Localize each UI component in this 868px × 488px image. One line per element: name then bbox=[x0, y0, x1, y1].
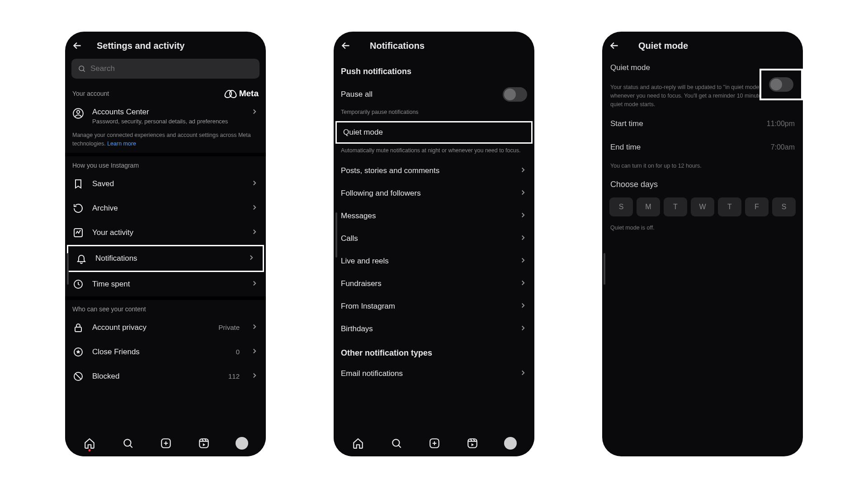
notifications-row[interactable]: Notifications bbox=[68, 246, 263, 271]
add-icon[interactable] bbox=[428, 436, 441, 450]
pause-all-toggle[interactable] bbox=[503, 87, 527, 102]
other-section-title: Other notification types bbox=[334, 340, 534, 362]
your-account-header: Your account Meta bbox=[65, 83, 266, 101]
svg-point-2 bbox=[77, 111, 80, 114]
person-circle-icon bbox=[72, 108, 84, 119]
back-arrow-icon[interactable] bbox=[71, 40, 83, 52]
svg-rect-13 bbox=[468, 439, 477, 448]
accounts-center-sub: Password, security, personal details, ad… bbox=[92, 118, 242, 125]
phone-notifications: Notifications Push notifications Pause a… bbox=[334, 32, 534, 456]
reels-icon[interactable] bbox=[197, 436, 211, 450]
chevron-right-icon bbox=[519, 301, 527, 311]
meta-logo: Meta bbox=[225, 89, 259, 99]
meta-infinity-icon bbox=[225, 90, 236, 97]
scrollbar[interactable] bbox=[335, 212, 337, 258]
chevron-right-icon bbox=[519, 256, 527, 266]
day-pills: S M T W T F S bbox=[602, 193, 803, 221]
svg-rect-10 bbox=[200, 439, 209, 448]
chevron-right-icon bbox=[519, 188, 527, 198]
choose-days-header: Choose days bbox=[602, 173, 803, 193]
divider bbox=[65, 153, 266, 156]
cat-from-instagram[interactable]: From Instagram bbox=[334, 295, 534, 318]
start-time-row[interactable]: Start time 11:00pm bbox=[602, 112, 803, 136]
chevron-right-icon bbox=[519, 166, 527, 176]
learn-more-link[interactable]: Learn more bbox=[107, 141, 136, 147]
day-wed[interactable]: W bbox=[691, 197, 714, 216]
chevron-right-icon bbox=[250, 203, 259, 213]
header-quiet: Quiet mode bbox=[602, 32, 803, 56]
activity-row[interactable]: Your activity bbox=[65, 221, 266, 245]
chevron-right-icon bbox=[250, 279, 259, 289]
meta-text: Meta bbox=[239, 89, 259, 99]
email-notif-row[interactable]: Email notifications bbox=[334, 362, 534, 385]
cat-messages[interactable]: Messages bbox=[334, 205, 534, 227]
chevron-right-icon bbox=[519, 279, 527, 289]
svg-point-8 bbox=[124, 439, 131, 446]
quiet-sub: Automatically mute notifications at nigh… bbox=[334, 144, 534, 160]
quiet-mode-content: Quiet mode Quiet mode Your status and au… bbox=[602, 32, 803, 456]
off-note: Quiet mode is off. bbox=[602, 221, 803, 235]
scrollbar[interactable] bbox=[604, 253, 605, 285]
usage-section-header: How you use Instagram bbox=[65, 156, 266, 172]
bottom-nav bbox=[65, 430, 266, 456]
profile-avatar[interactable] bbox=[504, 437, 517, 450]
reels-icon[interactable] bbox=[466, 436, 479, 450]
scrollbar[interactable] bbox=[67, 253, 69, 285]
cat-calls[interactable]: Calls bbox=[334, 227, 534, 250]
pause-sub: Temporarily pause notifications bbox=[334, 108, 534, 121]
search-icon[interactable] bbox=[390, 436, 403, 450]
day-thu[interactable]: T bbox=[718, 197, 741, 216]
end-time-value: 7:00am bbox=[771, 143, 795, 151]
add-icon[interactable] bbox=[159, 436, 173, 450]
pause-all-row: Pause all bbox=[334, 81, 534, 108]
chevron-right-icon bbox=[250, 323, 259, 333]
back-arrow-icon[interactable] bbox=[609, 40, 620, 52]
chevron-right-icon bbox=[519, 234, 527, 244]
svg-point-0 bbox=[79, 66, 84, 71]
search-field[interactable] bbox=[90, 64, 253, 73]
day-tue[interactable]: T bbox=[664, 197, 687, 216]
quiet-mode-label: Quiet mode bbox=[610, 63, 650, 72]
cat-following[interactable]: Following and followers bbox=[334, 182, 534, 205]
blocked-row[interactable]: Blocked 112 bbox=[65, 364, 266, 389]
bell-icon bbox=[75, 253, 87, 264]
search-input[interactable] bbox=[71, 59, 259, 79]
quiet-mode-toggle[interactable] bbox=[769, 77, 793, 92]
chevron-right-icon bbox=[250, 108, 259, 117]
quiet-mode-row[interactable]: Quiet mode bbox=[337, 122, 531, 142]
activity-icon bbox=[72, 227, 84, 239]
cat-live[interactable]: Live and reels bbox=[334, 250, 534, 272]
search-icon[interactable] bbox=[121, 436, 135, 450]
time-spent-row[interactable]: Time spent bbox=[65, 272, 266, 296]
day-mon[interactable]: M bbox=[637, 197, 660, 216]
page-title: Notifications bbox=[370, 41, 425, 51]
saved-row[interactable]: Saved bbox=[65, 172, 266, 196]
quiet-toggle-highlight bbox=[760, 69, 803, 100]
chevron-right-icon bbox=[519, 324, 527, 334]
archive-row[interactable]: Archive bbox=[65, 196, 266, 221]
home-icon[interactable] bbox=[83, 436, 96, 450]
accounts-center-row[interactable]: Accounts Center Password, security, pers… bbox=[65, 101, 266, 131]
cat-fundraisers[interactable]: Fundraisers bbox=[334, 272, 534, 295]
day-sun[interactable]: S bbox=[609, 197, 633, 216]
chevron-right-icon bbox=[250, 347, 259, 357]
cat-posts[interactable]: Posts, stories and comments bbox=[334, 160, 534, 182]
chevron-right-icon bbox=[250, 371, 259, 381]
duration-note: You can turn it on for up to 12 hours. bbox=[602, 159, 803, 173]
home-icon[interactable] bbox=[351, 436, 365, 450]
lock-icon bbox=[72, 322, 84, 333]
manage-text: Manage your connected experiences and ac… bbox=[65, 131, 266, 153]
close-friends-row[interactable]: Close Friends 0 bbox=[65, 340, 266, 364]
day-sat[interactable]: S bbox=[772, 197, 796, 216]
blocked-count: 112 bbox=[228, 372, 240, 380]
account-privacy-row[interactable]: Account privacy Private bbox=[65, 315, 266, 340]
profile-avatar[interactable] bbox=[236, 437, 248, 450]
cat-birthdays[interactable]: Birthdays bbox=[334, 318, 534, 340]
day-fri[interactable]: F bbox=[745, 197, 769, 216]
end-time-row[interactable]: End time 7:00am bbox=[602, 136, 803, 159]
quiet-mode-highlight: Quiet mode bbox=[335, 121, 533, 144]
notifications-content: Notifications Push notifications Pause a… bbox=[334, 32, 534, 430]
accounts-center-title: Accounts Center bbox=[92, 108, 242, 117]
back-arrow-icon[interactable] bbox=[340, 40, 352, 52]
svg-point-11 bbox=[392, 439, 399, 446]
